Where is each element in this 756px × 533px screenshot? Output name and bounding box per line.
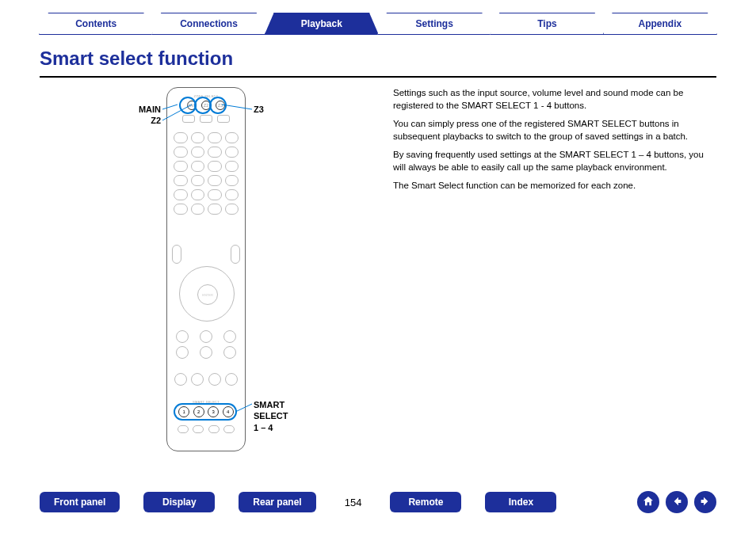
source-grid	[174, 132, 239, 215]
nav-icon-group	[637, 491, 716, 513]
body-p2: You can simply press one of the register…	[393, 118, 716, 143]
generic-remote-btn	[217, 115, 230, 123]
tab-label: Tips	[537, 18, 556, 29]
generic-remote-btn	[174, 175, 188, 186]
illustration-column: ZONE SELECT MAIN Z2 Z3	[40, 87, 388, 470]
generic-remote-btn	[208, 425, 220, 433]
generic-remote-btn	[208, 189, 222, 200]
generic-remote-btn	[200, 346, 212, 359]
tab-appendix[interactable]: Appendix	[603, 13, 717, 35]
link-display[interactable]: Display	[143, 492, 215, 512]
generic-remote-btn	[223, 425, 235, 433]
tab-label: Settings	[415, 18, 452, 29]
generic-remote-btn	[200, 115, 212, 123]
generic-remote-btn	[182, 115, 195, 123]
generic-remote-btn	[176, 346, 189, 359]
generic-remote-btn	[225, 161, 239, 172]
tab-playback[interactable]: Playback	[265, 13, 379, 35]
generic-remote-btn	[191, 147, 205, 158]
menu-row	[172, 330, 240, 359]
pill-label: Index	[509, 497, 533, 508]
generic-remote-btn	[191, 161, 205, 172]
link-front-panel[interactable]: Front panel	[40, 492, 120, 512]
page-title: Smart select function	[40, 48, 233, 70]
generic-remote-btn	[176, 330, 189, 343]
tab-tips[interactable]: Tips	[490, 13, 604, 35]
home-button[interactable]	[637, 491, 659, 513]
enter-btn: ENTER	[197, 284, 218, 305]
body-p1: Settings such as the input source, volum…	[393, 87, 716, 112]
heading-rule	[40, 76, 716, 78]
generic-remote-btn	[174, 373, 187, 386]
generic-remote-btn	[208, 161, 222, 172]
remote-illustration: ZONE SELECT MAIN Z2 Z3	[166, 87, 246, 451]
generic-remote-btn	[191, 132, 205, 143]
link-rear-panel[interactable]: Rear panel	[239, 492, 315, 512]
generic-remote-btn	[223, 346, 236, 359]
generic-remote-btn	[174, 147, 188, 158]
pill-label: Display	[162, 497, 197, 508]
pill-label: Rear panel	[253, 497, 301, 508]
callout-z3: Z3	[254, 105, 264, 114]
arrow-left-icon	[670, 495, 683, 510]
content-area: ZONE SELECT MAIN Z2 Z3	[40, 87, 716, 470]
generic-remote-btn	[191, 204, 205, 215]
body-p3: By saving frequently used settings at th…	[393, 149, 716, 173]
generic-remote-btn	[208, 204, 222, 215]
generic-remote-btn	[208, 147, 222, 158]
generic-remote-btn	[223, 330, 236, 343]
next-page-button[interactable]	[694, 491, 716, 513]
generic-remote-btn	[200, 330, 212, 343]
prev-page-button[interactable]	[666, 491, 688, 513]
tab-label: Contents	[75, 18, 116, 29]
tab-label: Appendix	[638, 18, 682, 29]
callout-z2: Z2	[129, 116, 161, 125]
highlight-z2	[196, 98, 210, 112]
highlight-smart-select	[175, 405, 235, 419]
highlight-main	[181, 98, 195, 112]
generic-remote-btn	[231, 245, 240, 264]
tab-settings[interactable]: Settings	[377, 13, 491, 35]
pill-label: Remote	[408, 497, 443, 508]
highlight-z3	[211, 98, 225, 112]
generic-remote-btn	[174, 189, 188, 200]
home-icon	[642, 495, 655, 510]
link-remote[interactable]: Remote	[390, 492, 461, 512]
generic-remote-btn	[225, 147, 239, 158]
generic-remote-btn	[191, 373, 204, 386]
top-tab-bar: Contents Connections Playback Settings T…	[40, 13, 716, 35]
arrow-right-icon	[699, 495, 712, 510]
generic-remote-btn	[172, 245, 181, 264]
dpad-ring: ENTER	[179, 266, 235, 322]
callout-main: MAIN	[129, 105, 161, 114]
callout-smart-select: SMART SELECT 1 – 4	[254, 399, 288, 433]
generic-remote-btn	[191, 175, 205, 186]
tune-row	[172, 373, 240, 386]
tab-contents[interactable]: Contents	[39, 13, 153, 35]
link-index[interactable]: Index	[485, 492, 556, 512]
generic-remote-btn	[193, 425, 204, 433]
pill-label: Front panel	[54, 497, 105, 508]
zone-select-microlabel: ZONE SELECT	[167, 94, 245, 98]
generic-remote-btn	[208, 373, 221, 386]
generic-remote-btn	[225, 204, 239, 215]
smart-select-microlabel: SMART SELECT	[167, 400, 245, 404]
body-text-column: Settings such as the input source, volum…	[388, 87, 716, 470]
generic-remote-btn	[225, 175, 239, 186]
tab-label: Playback	[301, 18, 342, 29]
power-row	[167, 115, 245, 123]
generic-remote-btn	[191, 189, 205, 200]
generic-remote-btn	[225, 189, 239, 200]
ch-vol-row	[172, 245, 240, 264]
tab-label: Connections	[180, 18, 238, 29]
generic-remote-btn	[225, 373, 238, 386]
generic-remote-btn	[208, 175, 222, 186]
generic-remote-btn	[225, 132, 239, 143]
tab-connections[interactable]: Connections	[151, 13, 265, 35]
sound-mode-row	[175, 425, 237, 433]
generic-remote-btn	[174, 204, 188, 215]
bottom-nav: Front panel Display Rear panel 154 Remot…	[40, 490, 716, 514]
generic-remote-btn	[208, 132, 222, 143]
generic-remote-btn	[174, 161, 188, 172]
page-number: 154	[340, 497, 367, 508]
